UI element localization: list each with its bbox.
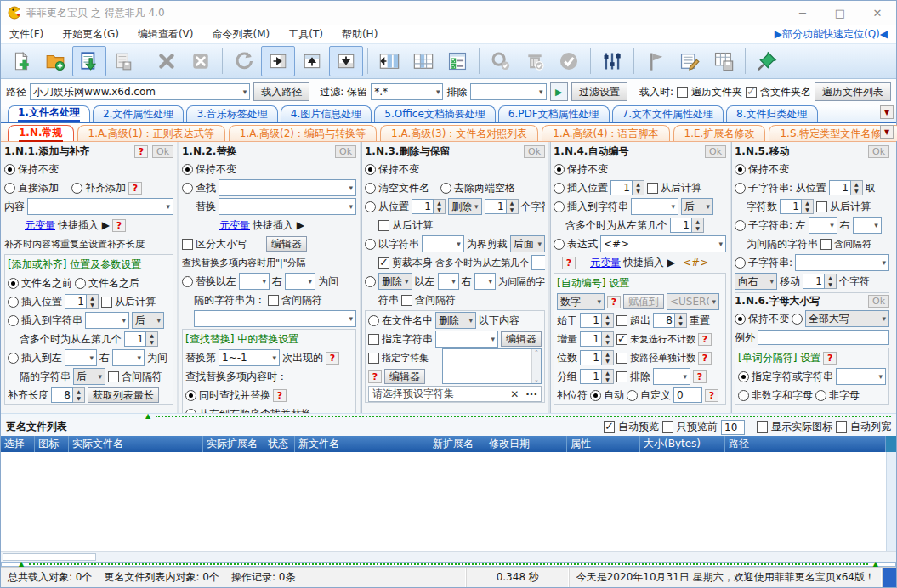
p2-nth-combobox[interactable]: 1~-1▾ [219,349,280,366]
p3-keep-radio[interactable] [365,164,376,175]
p4-perpath-help-button[interactable]: ? [698,352,712,365]
p6-case-combobox[interactable]: 全部大写▾ [805,310,889,327]
p4-exclude-checkbox[interactable] [616,371,627,382]
p5-substr-combobox[interactable]: ▾ [795,254,889,271]
tab-text-attributes[interactable]: 7.文本文件属性处理 [612,105,724,122]
p1-insert-string-combobox[interactable]: ▾ [85,312,129,329]
p1-after-radio[interactable] [75,278,86,289]
p5-direction-combobox[interactable]: 向右▾ [735,273,777,290]
file-list-body[interactable] [1,452,896,551]
p4-insert-pos-radio[interactable] [554,183,565,194]
menu-rename[interactable]: 开始更名(G) [62,27,119,42]
p1-insert-string-radio[interactable] [8,315,19,326]
p5-count-spinner[interactable]: 1▲▼ [780,199,814,214]
menu-file[interactable]: 文件(F) [9,27,43,42]
p2-sep-value-combobox[interactable]: ▾ [194,310,356,327]
new-file-icon[interactable] [4,46,38,76]
minimize-button[interactable]: ─ [784,1,821,25]
p3-include-sep-checkbox[interactable] [401,295,412,306]
flag-icon[interactable] [639,46,673,76]
auto-preview-checkbox[interactable] [604,421,615,433]
p3-preset-more-icon[interactable]: ··· [525,388,537,400]
p2-case-checkbox[interactable] [182,239,193,250]
p4-insert-string-combobox[interactable]: ▾ [631,198,678,215]
p1-pad-length-spinner[interactable]: 8▲▼ [51,387,85,403]
p4-insert-string-radio[interactable] [554,201,565,212]
maximize-button[interactable]: □ [821,1,859,25]
keep-filter-combobox[interactable]: *.*▾ [371,83,443,100]
p3-in-name-radio[interactable] [368,315,379,326]
p4-increment-spinner[interactable]: 1▲▼ [580,331,614,347]
column-attributes[interactable]: 属性 [567,436,640,452]
delete-checked-icon[interactable] [518,46,552,76]
p3-pos-spinner[interactable]: 1▲▼ [412,199,446,214]
check-all-icon[interactable] [552,46,586,76]
p3-preset-bar[interactable]: 请选择预设字符集✕··· [368,386,542,402]
p1-insert-pos-radio[interactable] [8,297,19,308]
panel-top-icon[interactable] [295,46,329,76]
p4-keep-radio[interactable] [554,164,565,175]
p5-right-combobox[interactable]: ▾ [853,217,882,234]
p1-insert-pos-spinner[interactable]: 1▲▼ [65,294,99,309]
p6-spec-combobox[interactable]: ▾ [836,368,886,385]
path-combobox[interactable]: 小刀娱乐网www.x6d.com▾ [30,83,250,100]
tab-filename[interactable]: 1.文件名处理 [8,105,90,122]
p3-preset-clear-icon[interactable]: ✕ [510,388,519,400]
tab-file-classify[interactable]: 8.文件归类处理 [726,105,817,122]
p4-from-back-checkbox[interactable] [647,183,658,194]
p5-substr-radio[interactable] [735,257,746,269]
subtab-extension[interactable]: 1.E.扩展名修改 [673,125,766,141]
p2-right-combobox[interactable]: ▾ [285,273,315,290]
p3-action-combobox[interactable]: 删除▾ [448,198,482,215]
preview-count-input[interactable]: 10 [721,420,745,435]
p3-boundary-combobox[interactable]: ▾ [422,235,464,252]
p4-exclude-combobox[interactable]: ▾ [653,368,690,385]
horizontal-scrollbar[interactable] [1,551,896,562]
p4-custom-radio[interactable] [627,390,638,401]
p1-from-back-checkbox[interactable] [101,297,112,308]
p2-sim-help-button[interactable]: ? [273,389,287,402]
column-modified-date[interactable]: 修改日期 [485,436,567,452]
p3-charset-textarea[interactable]: ⌃⌄ [442,348,542,384]
column-new-filename[interactable]: 新文件名 [295,436,429,452]
p4-after-combobox[interactable]: 后▾ [681,198,713,215]
p3-delete-between-radio[interactable] [365,276,376,287]
column-layout-icon[interactable] [406,46,440,76]
horizontal-splitter[interactable]: ▲ [1,413,896,418]
p3-multi-spinner[interactable]: 1▲▼ [531,255,545,270]
traverse-file-list-button[interactable]: 遍历文件列表 [815,82,891,101]
p2-replace-combobox[interactable]: ▾ [219,198,356,215]
p3-set-help-button[interactable]: ? [368,370,382,383]
column-select[interactable]: 选择 [1,436,35,452]
subtab-normal[interactable]: 1.N.常规 [8,125,74,141]
exclude-filter-combobox[interactable]: ▾ [470,83,546,100]
panel4-ok-button[interactable]: Ok [705,145,726,158]
filter-settings-button[interactable]: 过滤设置 [571,82,627,101]
p5-substr-pos-radio[interactable] [735,183,746,194]
save-list-icon[interactable] [106,46,140,76]
move-column-left-icon[interactable] [372,46,406,76]
p4-mode-help-button[interactable]: ? [607,296,621,308]
panel1-help-button[interactable]: ? [134,145,148,158]
column-size[interactable]: 大小(Bytes) [640,436,725,452]
column-icon[interactable]: 图标 [35,436,69,452]
column-actual-extension[interactable]: 实际扩展名 [203,436,264,452]
preview-first-checkbox[interactable] [662,421,673,433]
p3-del2-combobox[interactable]: 删除▾ [378,273,412,290]
close-button[interactable]: ✕ [859,1,896,25]
p4-nocount-checkbox[interactable] [616,334,627,345]
p4-custom-input[interactable]: 0 [673,387,702,403]
column-path[interactable]: 路径 [725,436,886,452]
add-folder-icon[interactable] [38,46,72,76]
p4-assign-button[interactable]: 赋值到 [623,294,664,309]
p3-count-spinner[interactable]: 1▲▼ [485,199,519,214]
tab-office-summary[interactable]: 5.Office文档摘要处理 [374,105,495,122]
delete-icon[interactable] [150,46,184,76]
include-folder-name-checkbox[interactable] [746,87,757,98]
delete-all-icon[interactable] [184,46,218,76]
p2-find-combobox[interactable]: ▾ [219,179,356,196]
p3-by-string-radio[interactable] [365,239,376,250]
p3-editor-button[interactable]: 编辑器 [501,331,542,347]
p3-from-pos-radio[interactable] [365,201,376,212]
apply-filter-icon[interactable]: ▶ [550,82,568,101]
